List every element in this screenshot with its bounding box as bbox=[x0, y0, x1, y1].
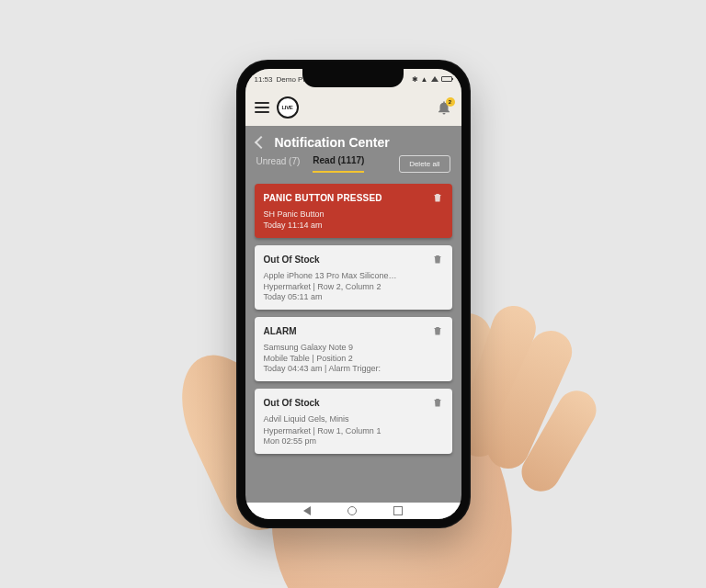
phone-screen: 11:53 Demo Phone ✱ ▲ LIVE bbox=[245, 69, 461, 519]
notifications-badge: 2 bbox=[446, 97, 455, 107]
card-line1: Samsung Galaxy Note 9 bbox=[264, 342, 443, 353]
delete-icon[interactable] bbox=[432, 324, 443, 337]
back-icon[interactable] bbox=[254, 136, 267, 149]
notification-card[interactable]: Out Of Stock Apple iPhone 13 Pro Max Sil… bbox=[255, 245, 452, 310]
card-title: ALARM bbox=[264, 326, 297, 336]
card-line2: Hypermarket | Row 1, Column 1 bbox=[264, 426, 443, 435]
delete-all-button[interactable]: Delete all bbox=[399, 155, 450, 173]
nav-back-icon[interactable] bbox=[303, 506, 311, 515]
card-line2: Mobile Table | Position 2 bbox=[264, 354, 443, 363]
card-timestamp: Today 04:43 am | Alarm Trigger: bbox=[264, 364, 443, 373]
card-timestamp: Today 05:11 am bbox=[264, 292, 443, 301]
app-logo[interactable]: LIVE bbox=[277, 96, 299, 119]
card-line1: SH Panic Button bbox=[264, 209, 443, 220]
card-title: Out Of Stock bbox=[264, 398, 320, 408]
wifi-icon: ▲ bbox=[421, 75, 428, 84]
android-nav-bar bbox=[245, 503, 461, 519]
tab-read[interactable]: Read (1117) bbox=[313, 155, 364, 173]
nav-recents-icon[interactable] bbox=[393, 506, 403, 515]
notification-card[interactable]: PANIC BUTTON PRESSED SH Panic Button Tod… bbox=[255, 184, 452, 238]
delete-icon[interactable] bbox=[432, 191, 443, 204]
notification-card[interactable]: ALARM Samsung Galaxy Note 9 Mobile Table… bbox=[255, 317, 452, 381]
tab-unread[interactable]: Unread (7) bbox=[256, 156, 301, 172]
card-line2: Hypermarket | Row 2, Column 2 bbox=[264, 282, 443, 291]
notification-card[interactable]: Out Of Stock Advil Liquid Gels, Minis Hy… bbox=[255, 389, 452, 453]
card-line1: Advil Liquid Gels, Minis bbox=[264, 413, 443, 424]
battery-icon bbox=[441, 76, 452, 82]
notification-list[interactable]: PANIC BUTTON PRESSED SH Panic Button Tod… bbox=[245, 178, 461, 503]
phone-notch bbox=[302, 69, 404, 87]
signal-icon bbox=[431, 76, 438, 82]
delete-icon[interactable] bbox=[432, 253, 443, 266]
status-time: 11:53 bbox=[255, 75, 273, 84]
card-title: PANIC BUTTON PRESSED bbox=[264, 193, 382, 203]
app-bar: LIVE 2 bbox=[245, 89, 461, 126]
notifications-icon[interactable]: 2 bbox=[436, 99, 452, 116]
menu-icon[interactable] bbox=[255, 102, 269, 113]
bluetooth-icon: ✱ bbox=[412, 75, 418, 84]
app-logo-text: LIVE bbox=[281, 105, 292, 110]
card-line1: Apple iPhone 13 Pro Max Silicone… bbox=[264, 270, 443, 281]
card-title: Out Of Stock bbox=[264, 254, 320, 265]
phone-frame: 11:53 Demo Phone ✱ ▲ LIVE bbox=[236, 60, 471, 528]
card-timestamp: Mon 02:55 pm bbox=[264, 436, 443, 446]
card-timestamp: Today 11:14 am bbox=[264, 220, 443, 230]
nav-home-icon[interactable] bbox=[347, 506, 357, 515]
page-title: Notification Center bbox=[275, 135, 390, 150]
delete-icon[interactable] bbox=[432, 396, 443, 409]
tabs: Unread (7) Read (1117) Delete all bbox=[245, 155, 461, 178]
